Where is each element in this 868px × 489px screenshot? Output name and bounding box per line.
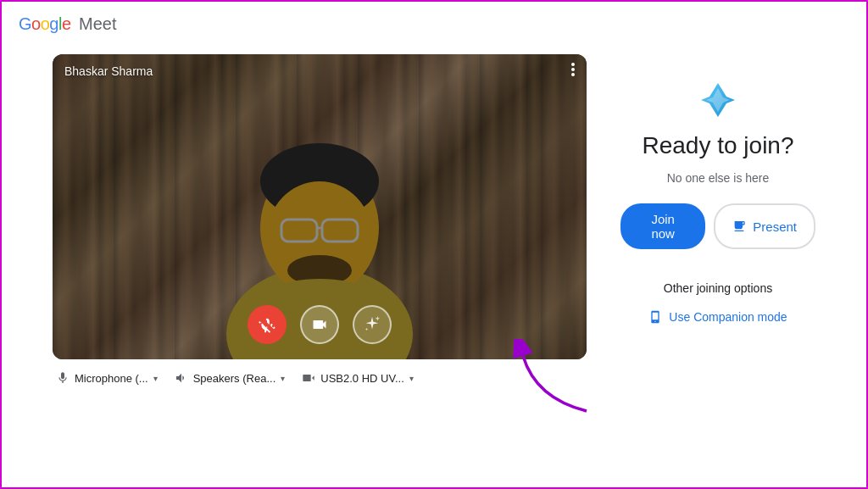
present-button[interactable]: Present bbox=[714, 203, 815, 249]
video-container: Bhaskar Sharma bbox=[53, 54, 587, 359]
no-one-text: No one else is here bbox=[667, 171, 770, 185]
right-panel: Ready to join? No one else is here Join … bbox=[620, 54, 815, 324]
mic-icon bbox=[56, 371, 70, 385]
speaker-icon bbox=[175, 371, 188, 385]
companion-icon bbox=[648, 310, 662, 324]
google-logo: Google bbox=[19, 14, 71, 34]
camera-icon bbox=[311, 316, 328, 333]
microphone-label: Microphone (... bbox=[75, 372, 148, 385]
speakers-caret: ▾ bbox=[281, 374, 285, 383]
app-header: Google Meet bbox=[2, 2, 866, 46]
join-buttons-group: Join now Present bbox=[620, 203, 815, 249]
present-label: Present bbox=[753, 219, 797, 234]
camera-caret: ▾ bbox=[409, 374, 414, 383]
camera-button[interactable] bbox=[300, 305, 339, 344]
speakers-selector[interactable]: Speakers (Rea... ▾ bbox=[175, 371, 286, 385]
camera-label: USB2.0 HD UV... bbox=[320, 372, 404, 385]
logo: Google Meet bbox=[19, 14, 117, 34]
svg-rect-10 bbox=[303, 375, 311, 381]
microphone-caret: ▾ bbox=[153, 374, 158, 383]
effects-button[interactable] bbox=[353, 305, 392, 344]
more-options-button[interactable] bbox=[571, 63, 575, 76]
present-icon bbox=[732, 219, 746, 233]
companion-mode-link[interactable]: Use Companion mode bbox=[648, 310, 787, 324]
mic-off-icon bbox=[258, 315, 276, 334]
other-joining-options: Other joining options bbox=[664, 281, 772, 295]
device-controls: Microphone (... ▾ Speakers (Rea... ▾ USB… bbox=[53, 371, 587, 385]
mute-button[interactable] bbox=[248, 305, 287, 344]
main-content: Bhaskar Sharma bbox=[2, 54, 866, 385]
video-name-tag: Bhaskar Sharma bbox=[64, 64, 153, 78]
meet-logo-text: Meet bbox=[75, 14, 117, 34]
microphone-selector[interactable]: Microphone (... ▾ bbox=[56, 371, 158, 385]
sparkles-icon bbox=[363, 315, 381, 334]
speakers-label: Speakers (Rea... bbox=[193, 372, 276, 385]
ready-title: Ready to join? bbox=[642, 132, 793, 159]
camera-selector[interactable]: USB2.0 HD UV... ▾ bbox=[302, 371, 414, 385]
meet-sparkle-icon bbox=[698, 80, 738, 120]
video-controls bbox=[248, 305, 392, 344]
companion-label: Use Companion mode bbox=[669, 310, 787, 324]
video-icon bbox=[302, 371, 315, 385]
video-section: Bhaskar Sharma bbox=[53, 54, 587, 385]
join-now-button[interactable]: Join now bbox=[620, 203, 705, 249]
